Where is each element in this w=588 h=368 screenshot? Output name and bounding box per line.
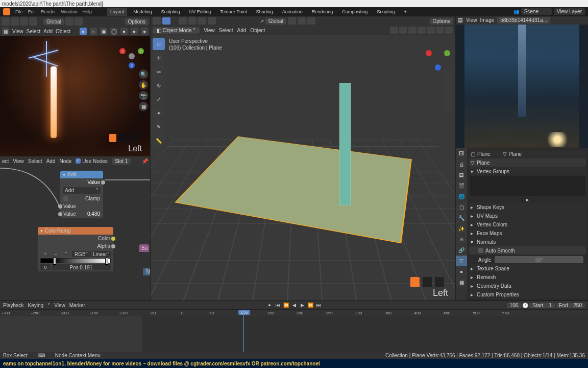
camera-icon[interactable]: 📷 <box>139 91 148 100</box>
v-object[interactable]: Object <box>250 28 265 33</box>
tab-object-icon[interactable]: ▢ <box>456 202 467 212</box>
cursor-icon[interactable] <box>2 17 10 26</box>
pivot-icon[interactable] <box>288 17 296 25</box>
timeline-body[interactable] <box>0 316 588 352</box>
rotate-icon[interactable] <box>29 17 37 26</box>
playhead[interactable] <box>243 310 244 316</box>
nav-gizmo-main[interactable] <box>427 47 449 70</box>
vp-persp-icon[interactable] <box>443 103 452 112</box>
vgroups-list[interactable] <box>470 176 585 196</box>
node-colorramp[interactable]: ▾ColorRamp Color Alpha + − ˅ RGB ˅ Linea… <box>38 227 113 271</box>
wire-mode-icon[interactable] <box>418 27 426 34</box>
tab-world-icon[interactable]: 🌐 <box>456 191 467 201</box>
m-axis-z-icon[interactable] <box>435 64 441 71</box>
vp-zoom-icon[interactable] <box>443 71 452 80</box>
n-view[interactable]: View <box>13 158 24 164</box>
sec-texspace[interactable]: ▸Texture Space <box>469 264 586 272</box>
ws-add[interactable]: + <box>401 8 409 16</box>
tab-modifier-icon[interactable]: 🔧 <box>456 213 467 223</box>
solid-icon[interactable]: ● <box>120 28 128 35</box>
mode-select[interactable]: ◧ Object Mode ˅ <box>153 27 200 34</box>
vp-options[interactable]: Options <box>430 18 453 25</box>
rendered-icon[interactable]: ● <box>141 28 148 35</box>
tl-keying[interactable]: Keying <box>28 303 44 308</box>
ramp-tools-btn[interactable]: ˅ <box>61 251 71 257</box>
i-image[interactable]: Image <box>480 17 495 23</box>
obj-name-field[interactable]: ▽Plane <box>469 158 586 167</box>
sec-facemaps[interactable]: ▸Face Maps <box>469 229 586 237</box>
v-view[interactable]: View <box>204 28 215 33</box>
tl-view[interactable]: View <box>54 303 65 308</box>
orient-transform[interactable]: Global <box>43 18 64 25</box>
timeline-ruler[interactable]: -300 -250 -200 -150 -100 -50 0 50 100 15… <box>0 309 588 316</box>
m-axis-x-icon[interactable] <box>426 50 432 56</box>
editor-type-icon[interactable]: ▦ <box>2 28 9 35</box>
select-tool-icon[interactable] <box>153 17 161 25</box>
snap-icon[interactable] <box>298 17 306 25</box>
t-measure[interactable]: 📏 <box>153 134 165 147</box>
sel-all-icon[interactable] <box>179 17 187 25</box>
t-move[interactable]: ⇔ <box>153 65 165 78</box>
options-dropdown[interactable]: Options <box>125 18 149 25</box>
slot-select[interactable]: Slot 1 <box>112 158 131 165</box>
menu-window[interactable]: Window <box>61 9 78 14</box>
t-annotate[interactable]: ✎ <box>153 121 165 133</box>
t-cursor[interactable]: ✛ <box>153 52 165 64</box>
tower-mesh[interactable] <box>339 83 351 205</box>
tab-output-icon[interactable]: 🖨 <box>456 159 467 169</box>
img-icon[interactable]: 🖼 <box>458 17 463 23</box>
sec-vcolors[interactable]: ▸Vertex Colors <box>469 220 586 228</box>
n-node[interactable]: Node <box>59 158 71 164</box>
tab-constraint-icon[interactable]: 🔗 <box>456 245 467 255</box>
tl-marker[interactable]: Marker <box>69 303 85 308</box>
wire-icon[interactable]: ◯ <box>110 28 117 35</box>
tab-physics-icon[interactable]: ⚛ <box>456 234 467 244</box>
tab-data-icon[interactable]: ▽ <box>456 256 467 266</box>
rew-key-icon[interactable]: ⏪ <box>282 302 289 308</box>
select-icon[interactable] <box>11 17 19 26</box>
ws-anim[interactable]: Animation <box>279 8 306 16</box>
tab-particles-icon[interactable]: ✨ <box>456 223 467 234</box>
sec-shapekeys[interactable]: ▸Shape Keys <box>469 203 586 211</box>
sel-box-icon[interactable] <box>188 17 197 25</box>
node-math-add[interactable]: ▾Add Value Add˅ Clamp Value Value0.430 <box>60 171 103 218</box>
axis-center[interactable] <box>129 53 135 59</box>
sec-remesh[interactable]: ▸Remesh <box>469 273 586 281</box>
fwd-end-icon[interactable]: ⏭ <box>315 302 322 308</box>
angle-field[interactable]: 30° <box>495 256 583 263</box>
ws-comp[interactable]: Compositing <box>339 8 371 16</box>
menu-edit[interactable]: Edit <box>28 9 36 14</box>
sec-vgroups[interactable]: ▾Vertex Groups <box>469 167 586 175</box>
menu-help[interactable]: Help <box>83 9 92 14</box>
tab-material-icon[interactable]: ● <box>456 266 467 277</box>
ws-script[interactable]: Scripting <box>374 8 398 16</box>
play-icon[interactable]: ▶ <box>299 302 306 308</box>
vg-expand-icon[interactable]: ▸ <box>526 197 529 203</box>
t-select-box[interactable]: ▭ <box>153 38 165 50</box>
propedit-icon[interactable] <box>307 17 315 25</box>
p-add[interactable]: Add <box>43 29 53 34</box>
render-preview-viewport[interactable]: X Y Z 🔍 ✋ 📷 ▦ Left <box>0 36 150 156</box>
matprev-mode-icon[interactable] <box>436 27 444 34</box>
p-view[interactable]: View <box>12 29 23 34</box>
node-partial-st[interactable]: St <box>143 268 150 275</box>
render-mode-icon[interactable] <box>445 27 453 34</box>
i-view[interactable]: View <box>466 17 477 23</box>
image-editor-view[interactable] <box>456 25 588 148</box>
t-scale[interactable]: ⤢ <box>153 93 165 105</box>
xray-toggle-icon[interactable] <box>408 27 416 34</box>
ws-render[interactable]: Rendering <box>309 8 336 16</box>
node-bump-partial[interactable]: Bu <box>139 244 149 252</box>
sync-icon[interactable]: 🕐 <box>522 303 528 308</box>
tab-viewlayer-icon[interactable]: 🖼 <box>456 170 467 180</box>
ramp-pos-field[interactable]: Pos 0.191 <box>52 264 111 270</box>
snap-toggle[interactable] <box>65 17 74 26</box>
axis-x-icon[interactable]: X <box>119 48 126 54</box>
ramp-del-btn[interactable]: − <box>51 251 61 257</box>
auto-smooth-row[interactable]: Auto Smooth <box>469 246 586 255</box>
m-axis-y-icon[interactable] <box>444 50 450 56</box>
overlay-icon[interactable]: ☼ <box>90 28 97 35</box>
menu-render[interactable]: Render <box>41 9 56 14</box>
sec-uvmaps[interactable]: ▸UV Maps <box>469 212 586 220</box>
fwd-key-icon[interactable]: ⏩ <box>307 302 314 308</box>
